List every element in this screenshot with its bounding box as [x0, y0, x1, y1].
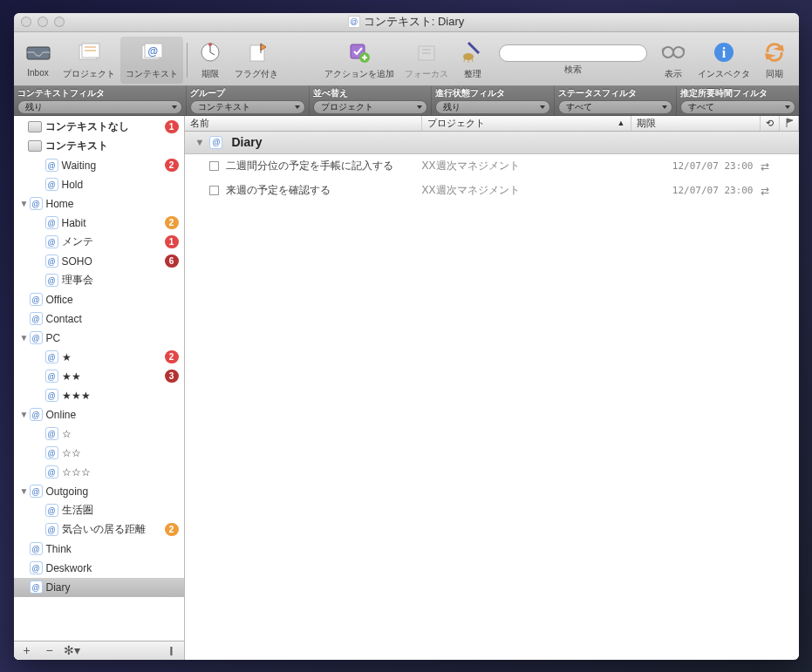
sidebar-item[interactable]: @理事会	[14, 271, 184, 290]
sidebar-item-label: PC	[46, 332, 61, 344]
sidebar-item[interactable]: ▼@Online	[14, 405, 184, 424]
sidebar-item[interactable]: @Waiting2	[14, 156, 184, 175]
svg-rect-0	[27, 47, 50, 59]
context-icon: @	[45, 465, 58, 479]
inbox-button[interactable]: Inbox	[19, 37, 58, 84]
context-icon: @	[209, 136, 222, 149]
column-headers[interactable]: 名前 プロジェクト▲ 期限 ⟲	[185, 116, 799, 132]
action-menu-button[interactable]: ✻▾	[63, 642, 82, 658]
sidebar-item[interactable]: @Habit2	[14, 214, 184, 233]
flagged-button[interactable]: フラグ付き	[229, 37, 283, 84]
badge: 2	[165, 523, 179, 536]
sync-button[interactable]: 同期	[755, 37, 794, 84]
sidebar-item[interactable]: @☆☆	[14, 444, 184, 463]
context-icon: @	[45, 446, 58, 459]
sidebar-item-label: ★★	[62, 370, 81, 383]
add-action-button[interactable]: アクションを追加	[319, 37, 399, 84]
project-button[interactable]: プロジェクト	[58, 37, 120, 84]
sidebar-item-label: ☆☆	[62, 447, 81, 459]
context-icon: @	[45, 389, 58, 402]
task-row[interactable]: 二週間分位の予定を手帳に記入する XX週次マネジメント 12/07/07 23:…	[185, 154, 799, 179]
sidebar-item-label: 理事会	[62, 273, 93, 288]
sidebar-item[interactable]: @Think	[14, 540, 184, 559]
task-due: 12/07/07 23:00	[631, 160, 761, 172]
sidebar-item-label: ★	[62, 351, 72, 363]
sidebar-item-label: Waiting	[62, 160, 97, 172]
sidebar-item-label: Home	[46, 198, 74, 210]
context-icon: @	[45, 350, 58, 363]
toolbar: Inbox プロジェクト @ コンテキスト 期限 フラグ付き アクションを追加 …	[14, 32, 799, 86]
context-icon: @	[30, 293, 43, 306]
sidebar-item[interactable]: @生活圏	[14, 501, 184, 520]
checkbox[interactable]	[209, 161, 219, 171]
sidebar-item[interactable]: @Diary	[14, 578, 184, 597]
context-icon: @	[30, 312, 43, 325]
col-project: プロジェクト▲	[422, 116, 631, 131]
window-title: コンテキスト: Diary	[364, 14, 465, 30]
context-icon: @	[30, 331, 43, 344]
sidebar-item-label: Hold	[62, 179, 84, 191]
sidebar-item-label: ★★★	[62, 390, 91, 402]
col-repeat: ⟲	[761, 116, 780, 131]
remove-button[interactable]: −	[40, 642, 59, 658]
sidebar-item-label: Office	[46, 294, 73, 306]
view-button[interactable]: 表示	[654, 37, 693, 84]
focus-button[interactable]: フォーカス	[399, 37, 454, 84]
group-filter[interactable]: コンテキスト	[190, 100, 304, 114]
document-icon: @	[348, 16, 360, 28]
task-project: XX週次マネジメント	[422, 159, 631, 173]
task-name: 来週の予定を確認する	[226, 183, 331, 198]
checkbox[interactable]	[209, 186, 219, 195]
sidebar-item[interactable]: @気合いの居る距離2	[14, 520, 184, 540]
sidebar-item[interactable]: ▼@Home	[14, 194, 184, 214]
sidebar-item-label: Deskwork	[46, 562, 92, 574]
taskstatus-filter[interactable]: すべて	[558, 100, 672, 114]
sidebar-item[interactable]: コンテキストなし1	[14, 118, 184, 137]
titlebar[interactable]: @ コンテキスト: Diary	[14, 13, 799, 32]
context-button[interactable]: @ コンテキスト	[120, 37, 183, 84]
badge: 1	[165, 235, 179, 248]
context-icon: @	[45, 216, 58, 229]
sidebar-item[interactable]: @☆☆☆	[14, 463, 184, 482]
context-icon: @	[45, 523, 58, 536]
search-input[interactable]	[499, 44, 647, 62]
badge: 6	[165, 255, 179, 268]
sidebar-item[interactable]: @★★3	[14, 367, 184, 386]
sidebar-item[interactable]: ▼@Outgoing	[14, 482, 184, 501]
context-filter-label: コンテキストフィルタ	[17, 87, 183, 99]
col-flag	[780, 116, 799, 131]
sidebar-item[interactable]: @★★★	[14, 386, 184, 405]
task-name: 二週間分位の予定を手帳に記入する	[226, 159, 393, 173]
badge: 2	[165, 159, 179, 172]
sidebar-item[interactable]: コンテキスト	[14, 137, 184, 156]
sidebar-item-label: 気合いの居る距離	[62, 522, 146, 537]
sidebar-item[interactable]: @Contact	[14, 309, 184, 329]
sidebar-item[interactable]: @☆	[14, 424, 184, 444]
sidebar: コンテキストなし1コンテキスト@Waiting2@Hold▼@Home@Habi…	[14, 116, 185, 660]
task-row[interactable]: 来週の予定を確認する XX週次マネジメント 12/07/07 23:00 ⇄	[185, 179, 799, 203]
cleanup-button[interactable]: 整理	[454, 37, 492, 84]
sidebar-item-label: Contact	[46, 313, 82, 325]
sidebar-item[interactable]: @Office	[14, 290, 184, 309]
badge: 3	[165, 370, 179, 383]
context-icon: @	[45, 427, 58, 440]
context-icon: @	[30, 485, 43, 498]
sidebar-item[interactable]: @Hold	[14, 175, 184, 194]
esttime-filter[interactable]: すべて	[680, 100, 795, 114]
context-filter[interactable]: 残り	[17, 100, 183, 114]
add-button[interactable]: +	[17, 642, 37, 658]
group-header[interactable]: ▼ @ Diary	[185, 132, 799, 154]
due-button[interactable]: 期限	[191, 37, 229, 84]
sidebar-item[interactable]: @SOHO6	[14, 252, 184, 271]
sidebar-item[interactable]: @★2	[14, 348, 184, 367]
sidebar-item[interactable]: @Deskwork	[14, 559, 184, 578]
sidebar-item[interactable]: @メンテ1	[14, 233, 184, 252]
col-name: 名前	[185, 116, 422, 131]
inspector-button[interactable]: i インスペクタ	[693, 37, 755, 84]
sidebar-item[interactable]: ▼@PC	[14, 329, 184, 348]
filter-bar: コンテキストフィルタ 残り グループ コンテキスト 並べ替え プロジェクト 進行…	[14, 86, 799, 116]
status-filter[interactable]: 残り	[435, 100, 549, 114]
badge: 1	[165, 120, 179, 133]
resize-handle[interactable]: |||	[161, 642, 181, 658]
sort-filter[interactable]: プロジェクト	[313, 100, 427, 114]
